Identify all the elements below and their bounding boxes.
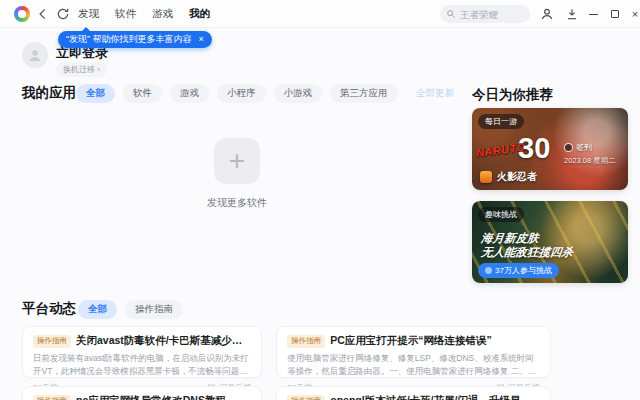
download-manager-icon[interactable] bbox=[565, 7, 579, 21]
news-title: pc应用宝网络异常修改DNS教程 bbox=[76, 394, 226, 400]
platform-news-filters: 全部 操作指南 bbox=[78, 300, 183, 319]
my-apps-title: 我的应用 bbox=[22, 84, 76, 102]
back-icon[interactable] bbox=[36, 7, 50, 21]
calendar-day: 30 bbox=[518, 132, 550, 165]
participants-icon bbox=[485, 267, 492, 274]
checkin-label: 签到 bbox=[576, 142, 592, 153]
news-card-dns[interactable]: 操作指南 pc应用宝网络异常修改DNS教程 bbox=[22, 386, 262, 400]
checkin-icon bbox=[564, 143, 573, 152]
minimize-icon bbox=[589, 14, 598, 15]
guide-badge: 操作指南 bbox=[33, 335, 71, 348]
account-icon[interactable] bbox=[540, 7, 554, 21]
news-title: 关闭avast防毒软件/卡巴斯基减少卡顿现象 bbox=[76, 334, 251, 348]
close-icon: × bbox=[632, 8, 638, 20]
refresh-icon[interactable] bbox=[56, 7, 70, 21]
maximize-button[interactable] bbox=[606, 0, 624, 28]
search-icon bbox=[446, 9, 456, 19]
my-apps-filters: 全部 软件 游戏 小程序 小游戏 第三方应用 bbox=[76, 84, 398, 103]
device-migration-link[interactable]: 换机迁移 › bbox=[56, 62, 107, 77]
close-button[interactable]: × bbox=[626, 0, 640, 28]
update-all-link[interactable]: 全部更新 bbox=[416, 87, 454, 100]
titlebar: 发现 软件 游戏 我的 × bbox=[0, 0, 640, 28]
filter-software[interactable]: 软件 bbox=[123, 84, 162, 103]
daily-game-name: 火影忍者 bbox=[497, 170, 537, 184]
challenge-card[interactable]: 趣味挑战 海月新皮肤 无人能敌狂揽四杀 37万人参与挑战 bbox=[472, 201, 628, 283]
nav-tab-games[interactable]: 游戏 bbox=[152, 7, 173, 21]
news-title: opengl版本过低/卡死/花屏/闪退，升级显卡驱动… bbox=[330, 394, 540, 400]
news-grid: 操作指南 关闭avast防毒软件/卡巴斯基减少卡顿现象 日前发现装有avast防… bbox=[22, 326, 456, 400]
tooltip-text: “发现” 帮助你找到更多丰富内容 bbox=[66, 33, 192, 46]
search-box[interactable] bbox=[440, 5, 530, 23]
calendar-date: 2023.08 星期二 bbox=[564, 156, 616, 166]
guide-badge: 操作指南 bbox=[287, 335, 325, 348]
discover-tooltip: “发现” 帮助你找到更多丰富内容 × bbox=[58, 31, 212, 48]
add-software-label: 发现更多软件 bbox=[172, 196, 302, 210]
nav-tab-software[interactable]: 软件 bbox=[115, 7, 136, 21]
filter-minigames[interactable]: 小游戏 bbox=[274, 84, 323, 103]
guide-badge: 操作指南 bbox=[33, 395, 71, 400]
participants-count: 37万人参与挑战 bbox=[495, 265, 552, 276]
filter-thirdparty[interactable]: 第三方应用 bbox=[330, 84, 398, 103]
news-card-network-error[interactable]: 操作指南 PC应用宝打开提示“网络连接错误” 使用电脑管家进行网络修复、修复LS… bbox=[276, 326, 551, 378]
nav-tab-mine[interactable]: 我的 bbox=[189, 7, 210, 21]
filter-miniprograms[interactable]: 小程序 bbox=[217, 84, 266, 103]
filter-all[interactable]: 全部 bbox=[76, 84, 115, 103]
app-logo-icon[interactable] bbox=[14, 6, 30, 22]
search-input[interactable] bbox=[460, 9, 524, 20]
minimize-button[interactable] bbox=[584, 0, 602, 28]
challenge-line1: 海月新皮肤 bbox=[480, 231, 539, 246]
news-card-opengl[interactable]: 操作指南 opengl版本过低/卡死/花屏/闪退，升级显卡驱动… bbox=[276, 386, 551, 400]
news-filter-all[interactable]: 全部 bbox=[78, 300, 117, 319]
daily-game-badge: 每日一游 bbox=[478, 114, 524, 129]
avatar[interactable] bbox=[22, 42, 48, 68]
daily-game-card[interactable]: 每日一游 NARUTO 30 签到 2023.08 星期二 火影忍者 bbox=[472, 108, 628, 190]
main-nav: 发现 软件 游戏 我的 bbox=[78, 0, 210, 28]
tooltip-close-icon[interactable]: × bbox=[199, 35, 204, 44]
challenge-line2: 无人能敌狂揽四杀 bbox=[480, 245, 574, 260]
maximize-icon bbox=[611, 10, 619, 18]
game-logo-icon bbox=[480, 171, 492, 183]
nav-tab-discover[interactable]: 发现 bbox=[78, 7, 99, 21]
news-card-avast[interactable]: 操作指南 关闭avast防毒软件/卡巴斯基减少卡顿现象 日前发现装有avast防… bbox=[22, 326, 262, 378]
news-summary: 日前发现装有avast防毒软件的电脑，在启动后识别为未打开VT，此种情况会导致模… bbox=[33, 352, 251, 378]
news-title: PC应用宝打开提示“网络连接错误” bbox=[330, 334, 492, 348]
news-summary: 使用电脑管家进行网络修复、修复LSP、修改DNS、校准系统时间等操作，然后重启路… bbox=[287, 352, 540, 378]
news-filter-guide[interactable]: 操作指南 bbox=[125, 300, 183, 319]
add-software-button[interactable]: + bbox=[214, 138, 260, 184]
challenge-stat-pill: 37万人参与挑战 bbox=[478, 263, 559, 278]
plus-icon: + bbox=[229, 145, 245, 177]
platform-news-title: 平台动态 bbox=[22, 300, 76, 318]
challenge-badge: 趣味挑战 bbox=[478, 207, 524, 222]
avatar-person-icon bbox=[27, 47, 43, 63]
filter-games[interactable]: 游戏 bbox=[170, 84, 209, 103]
recommend-title: 今日为你推荐 bbox=[472, 86, 553, 104]
guide-badge: 操作指南 bbox=[287, 395, 325, 400]
